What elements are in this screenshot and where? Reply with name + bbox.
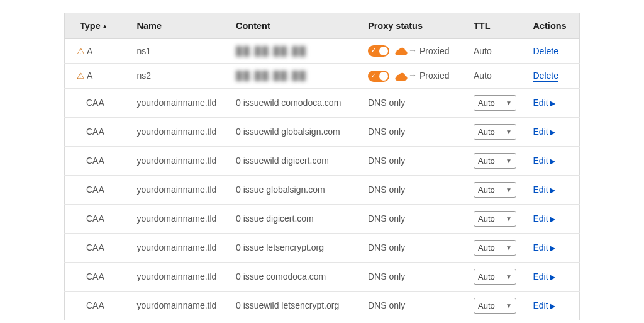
table-row: CAAyourdomainname.tld0 issue letsencrypt…: [65, 233, 580, 262]
caret-right-icon: ▶: [550, 302, 555, 310]
proxy-status-cell: DNS only: [362, 262, 467, 291]
record-type-cell: ⚠A: [65, 39, 131, 64]
proxy-status-label: DNS only: [368, 127, 405, 137]
record-type-value: CAA: [86, 156, 104, 166]
cloud-icon: [394, 72, 408, 81]
caret-right-icon: ▶: [550, 273, 555, 281]
record-name-cell: yourdomainname.tld: [131, 88, 230, 117]
ttl-cell: Auto▼: [467, 117, 527, 146]
arrow-right-icon: →: [408, 70, 417, 80]
record-content-cell: ██.██.██.██: [230, 64, 362, 88]
record-name-cell: yourdomainname.tld: [131, 291, 230, 320]
warning-icon: ⚠: [76, 71, 85, 81]
actions-cell: Delete: [527, 64, 580, 88]
proxy-status-label: DNS only: [368, 214, 405, 224]
record-type-value: CAA: [86, 271, 104, 281]
record-name-cell: yourdomainname.tld: [131, 175, 230, 204]
ttl-select[interactable]: Auto▼: [474, 153, 516, 169]
delete-link[interactable]: Delete: [533, 46, 558, 57]
record-name-value: yourdomainname.tld: [137, 271, 217, 281]
record-name-value: yourdomainname.tld: [137, 98, 217, 108]
record-type-value: CAA: [86, 98, 104, 108]
caret-right-icon: ▶: [550, 99, 555, 108]
ttl-select[interactable]: Auto▼: [474, 95, 516, 111]
actions-cell: Edit▶: [527, 175, 580, 204]
record-name-value: yourdomainname.tld: [137, 184, 217, 195]
proxy-status-cell: DNS only: [362, 291, 467, 320]
ttl-cell: Auto▼: [467, 291, 527, 320]
record-type-value: CAA: [86, 213, 104, 224]
header-type[interactable]: Type▲: [65, 13, 131, 39]
actions-cell: Delete: [527, 39, 580, 64]
ttl-cell: Auto: [467, 39, 527, 64]
record-type-cell: CAA: [65, 146, 131, 175]
edit-link[interactable]: Edit▶: [533, 127, 555, 137]
edit-link[interactable]: Edit▶: [533, 242, 555, 252]
table-row: ⚠Ans2██.██.██.██✓→ProxiedAutoDelete: [65, 64, 580, 88]
record-name-cell: yourdomainname.tld: [131, 262, 230, 291]
table-row: ⚠Ans1██.██.██.██✓→ProxiedAutoDelete: [65, 39, 580, 64]
header-name[interactable]: Name: [131, 13, 230, 39]
record-content-value: 0 issue globalsign.com: [236, 184, 325, 195]
record-type-value: A: [87, 71, 92, 81]
cloud-icon: [394, 47, 408, 55]
ttl-select[interactable]: Auto▼: [474, 182, 516, 198]
record-type-cell: CAA: [65, 117, 131, 146]
edit-link[interactable]: Edit▶: [533, 300, 555, 310]
table-row: CAAyourdomainname.tld0 issue globalsign.…: [65, 175, 580, 204]
ttl-select[interactable]: Auto▼: [474, 211, 516, 227]
proxy-status-label: DNS only: [368, 185, 405, 195]
record-content-cell: 0 issue letsencrypt.org: [230, 233, 362, 262]
chevron-down-icon: ▼: [506, 186, 512, 193]
header-ttl[interactable]: TTL: [467, 13, 527, 39]
table-row: CAAyourdomainname.tld0 issuewild globals…: [65, 117, 580, 146]
header-proxy-status[interactable]: Proxy status: [362, 13, 467, 39]
ttl-select[interactable]: Auto▼: [474, 240, 516, 256]
proxy-status-label: Proxied: [419, 46, 449, 56]
proxy-toggle[interactable]: ✓: [368, 71, 389, 82]
record-name-value: ns1: [137, 46, 152, 56]
edit-link[interactable]: Edit▶: [533, 98, 555, 108]
proxy-status-cell: DNS only: [362, 233, 467, 262]
header-content[interactable]: Content: [230, 13, 362, 39]
ttl-cell: Auto▼: [467, 175, 527, 204]
edit-link[interactable]: Edit▶: [533, 271, 555, 281]
ttl-select[interactable]: Auto▼: [474, 269, 516, 285]
record-name-value: yourdomainname.tld: [137, 213, 217, 224]
proxy-toggle[interactable]: ✓: [368, 45, 389, 57]
record-content-value: 0 issue comodoca.com: [236, 271, 326, 281]
record-name-cell: yourdomainname.tld: [131, 204, 230, 233]
proxy-status-cell: DNS only: [362, 204, 467, 233]
record-name-cell: yourdomainname.tld: [131, 233, 230, 262]
ttl-value: Auto: [478, 156, 495, 166]
record-content-cell: 0 issue digicert.com: [230, 204, 362, 233]
actions-cell: Edit▶: [527, 204, 580, 233]
proxy-status-cell: DNS only: [362, 88, 467, 117]
record-content-masked: ██.██.██.██: [236, 46, 307, 56]
record-type-value: A: [87, 46, 92, 56]
record-type-cell: CAA: [65, 88, 131, 117]
caret-right-icon: ▶: [550, 215, 555, 224]
ttl-cell: Auto: [467, 64, 527, 88]
ttl-select[interactable]: Auto▼: [474, 298, 516, 314]
proxy-status-label: DNS only: [368, 98, 405, 108]
record-content-cell: 0 issue comodoca.com: [230, 262, 362, 291]
chevron-down-icon: ▼: [506, 157, 512, 164]
chevron-down-icon: ▼: [506, 244, 512, 251]
record-content-value: 0 issuewild globalsign.com: [236, 127, 340, 137]
record-content-value: 0 issuewild letsencrypt.org: [236, 300, 339, 310]
table-row: CAAyourdomainname.tld0 issuewild comodoc…: [65, 88, 580, 117]
record-name-value: yourdomainname.tld: [137, 156, 217, 166]
record-type-value: CAA: [86, 242, 104, 252]
caret-right-icon: ▶: [550, 186, 555, 195]
edit-link[interactable]: Edit▶: [533, 156, 555, 166]
edit-link[interactable]: Edit▶: [533, 213, 555, 224]
ttl-select[interactable]: Auto▼: [474, 124, 516, 140]
delete-link[interactable]: Delete: [533, 71, 558, 82]
edit-link[interactable]: Edit▶: [533, 184, 555, 195]
record-type-value: CAA: [86, 184, 104, 195]
proxy-status-cell: ✓→Proxied: [362, 64, 467, 88]
record-name-value: yourdomainname.tld: [137, 242, 217, 252]
record-type-cell: CAA: [65, 175, 131, 204]
ttl-value: Auto: [478, 301, 495, 310]
